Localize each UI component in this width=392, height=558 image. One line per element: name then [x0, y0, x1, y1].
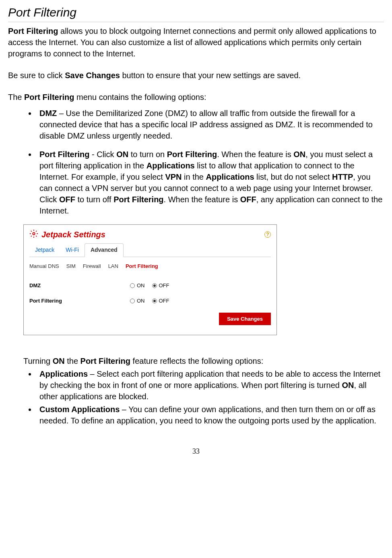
setting-dmz: DMZ ON OFF [29, 282, 271, 289]
page-number: 33 [8, 446, 384, 456]
panel-title: Jetpack Settings [41, 229, 105, 240]
radio-icon [130, 283, 135, 288]
subtab-sim[interactable]: SIM [66, 263, 76, 270]
pf-off-radio[interactable]: OFF [152, 297, 169, 305]
bullet-applications: Applications – Select each port filterin… [36, 368, 384, 402]
tab-wifi[interactable]: Wi-Fi [60, 244, 85, 257]
pf-on-radio[interactable]: ON [130, 297, 145, 305]
intro-text: allows you to block outgoing Internet co… [8, 27, 376, 58]
subtab-manual-dns[interactable]: Manual DNS [29, 263, 59, 270]
tab-advanced[interactable]: Advanced [85, 243, 124, 257]
subtab-lan[interactable]: LAN [108, 263, 118, 270]
gear-icon [29, 229, 38, 240]
settings-panel: Jetpack Settings ? Jetpack Wi-Fi Advance… [23, 224, 277, 335]
radio-icon [152, 299, 157, 303]
help-icon[interactable]: ? [264, 231, 271, 238]
dmz-label: DMZ [29, 282, 130, 289]
subtab-firewall[interactable]: Firewall [83, 263, 101, 270]
subtab-port-filtering[interactable]: Port Filtering [126, 263, 158, 270]
bullet-port-filtering: Port Filtering - Click ON to turn on Por… [36, 149, 384, 216]
page-title: Port Filtering [8, 4, 384, 22]
setting-port-filtering: Port Filtering ON OFF [29, 297, 271, 305]
dmz-off-radio[interactable]: OFF [152, 282, 169, 289]
bullet-dmz: DMZ – Use the Demilitarized Zone (DMZ) t… [36, 108, 384, 141]
main-tabs: Jetpack Wi-Fi Advanced [29, 243, 271, 257]
save-note: Be sure to click Save Changes button to … [8, 70, 384, 81]
intro-paragraph: Port Filtering allows you to block outgo… [8, 25, 384, 59]
save-changes-button[interactable]: Save Changes [219, 313, 271, 325]
options-intro: Turning ON the Port Filtering feature re… [23, 355, 384, 367]
radio-icon [152, 283, 157, 288]
bullet-custom-applications: Custom Applications – You can define you… [36, 404, 384, 426]
dmz-on-radio[interactable]: ON [130, 282, 145, 289]
intro-strong: Port Filtering [8, 27, 58, 35]
menu-intro: The Port Filtering menu contains the fol… [8, 91, 384, 103]
tab-jetpack[interactable]: Jetpack [29, 244, 60, 257]
pf-label: Port Filtering [29, 297, 130, 305]
radio-icon [130, 299, 135, 303]
svg-point-0 [33, 232, 35, 235]
sub-tabs: Manual DNS SIM Firewall LAN Port Filteri… [29, 263, 271, 270]
